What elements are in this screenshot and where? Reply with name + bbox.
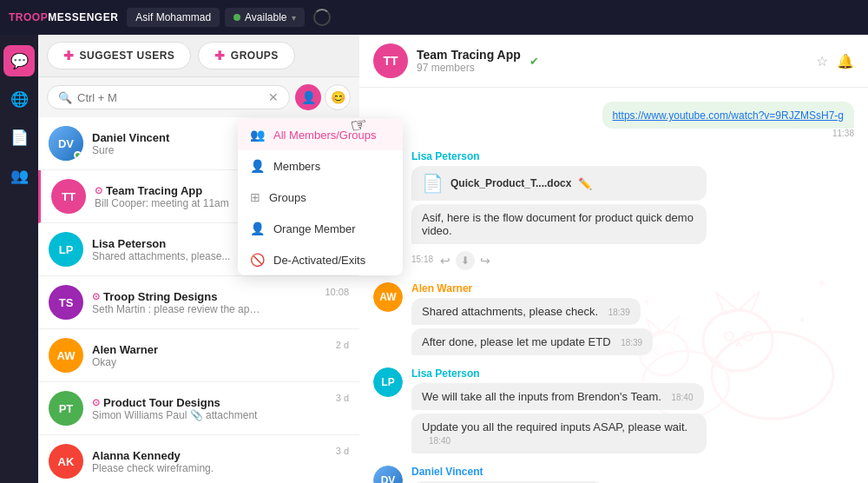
message-content: Daniel Vincent ok. is this happening tod… bbox=[411, 466, 604, 483]
message-link[interactable]: https://www.youtube.com/watch?v=9RJZMSsH… bbox=[613, 109, 844, 122]
groups-button[interactable]: ✚ GROUPS bbox=[198, 42, 295, 69]
dropdown-item-orange[interactable]: 👤 Orange Member bbox=[238, 213, 403, 244]
search-input[interactable] bbox=[77, 91, 263, 104]
list-item[interactable]: AK Alanna Kennedy Please check wireframi… bbox=[38, 435, 359, 483]
plus-icon: ✚ bbox=[63, 49, 75, 63]
download-icon[interactable]: ⬇ bbox=[456, 251, 475, 270]
dropdown-deactivated-label: De-Activated/Exits bbox=[273, 254, 365, 267]
verified-icon: ✔ bbox=[529, 55, 539, 68]
message-bubble: https://www.youtube.com/watch?v=9RJZMSsH… bbox=[602, 102, 854, 129]
conversation-preview: Okay bbox=[92, 356, 266, 368]
message-time: 18:39 bbox=[621, 338, 642, 347]
chat-group-avatar: TT bbox=[373, 43, 408, 78]
topbar-status[interactable]: Available ▾ bbox=[225, 8, 304, 27]
dropdown-item-groups[interactable]: ⊞ Groups bbox=[238, 182, 403, 213]
sidebar-item-explore[interactable]: 🌐 bbox=[3, 83, 35, 115]
sidebar-item-contacts[interactable]: 👥 bbox=[3, 160, 35, 191]
message-group: DV Daniel Vincent ok. is this happening … bbox=[373, 466, 854, 483]
dropdown-item-members[interactable]: 👤 Members bbox=[238, 150, 403, 182]
groups-icon: ⊞ bbox=[250, 190, 260, 204]
dropdown-item-all[interactable]: 👥 All Members/Groups bbox=[238, 119, 403, 150]
suggest-users-button[interactable]: ✚ SUGGEST USERS bbox=[47, 42, 191, 69]
conversation-time: 3 d bbox=[336, 393, 349, 403]
action-bar: ✚ SUGGEST USERS ✚ GROUPS bbox=[38, 35, 359, 77]
dropdown-item-deactivated[interactable]: 🚫 De-Activated/Exits bbox=[238, 244, 403, 275]
avatar: LP bbox=[49, 232, 83, 267]
conversation-time: 3 d bbox=[336, 446, 349, 456]
message-bubble: Shared attachments, please check. 18:39 bbox=[411, 298, 641, 325]
orange-member-icon: 👤 bbox=[250, 222, 265, 235]
message-bubble: We will take all the inputs from Brendon… bbox=[411, 383, 704, 410]
dropdown-members-label: Members bbox=[273, 160, 320, 173]
star-icon[interactable]: ☆ bbox=[816, 53, 828, 69]
forward-icon[interactable]: ↪ bbox=[480, 254, 490, 268]
file-bubble: 📄 Quick_Product_T....docx ✏️ bbox=[411, 166, 707, 201]
avatar: PT bbox=[49, 391, 83, 426]
avatar: LP bbox=[373, 367, 403, 397]
message-content: Alen Warner Shared attachments, please c… bbox=[411, 282, 854, 355]
online-indicator bbox=[74, 151, 82, 159]
file-icon: 📄 bbox=[422, 173, 444, 194]
status-label: Available bbox=[245, 11, 286, 23]
avatar: TT bbox=[51, 179, 86, 214]
chat-group-name: Team Tracing App bbox=[417, 48, 521, 62]
conversation-preview: Simon Williams Paul 📎 attachment bbox=[92, 409, 266, 421]
mute-icon[interactable]: 🔔 bbox=[837, 53, 854, 69]
message-actions: ↩ ⬇ ↪ bbox=[440, 251, 490, 270]
chevron-down-icon: ▾ bbox=[292, 13, 296, 23]
edit-icon[interactable]: ✏️ bbox=[578, 177, 592, 190]
list-item[interactable]: AW Alen Warner Okay 2 d bbox=[38, 329, 359, 382]
conversation-info: ⊙ Troop String Designs Seth Martin : ple… bbox=[92, 290, 319, 315]
sidebar-item-chat[interactable]: 💬 bbox=[3, 45, 35, 76]
message-group: LP Lisa Peterson 📄 Quick_Product_T....do… bbox=[373, 150, 854, 270]
avatar: TS bbox=[49, 285, 83, 320]
filter-members-button[interactable]: 👤 bbox=[295, 84, 321, 110]
message-time: 18:40 bbox=[671, 393, 693, 402]
message-group: LP Lisa Peterson We will take all the in… bbox=[373, 367, 854, 453]
chat-group-info: Team Tracing App 97 members bbox=[417, 48, 521, 74]
clear-search-icon[interactable]: ✕ bbox=[268, 90, 279, 104]
avatar: DV bbox=[49, 126, 83, 161]
list-item[interactable]: TS ⊙ Troop String Designs Seth Martin : … bbox=[38, 276, 359, 329]
sidebar-item-files[interactable]: 📄 bbox=[3, 122, 35, 153]
search-icon: 🔍 bbox=[58, 91, 72, 104]
members-icon: 👤 bbox=[250, 159, 265, 173]
chat-header: TT Team Tracing App 97 members ✔ ☆ 🔔 bbox=[359, 35, 868, 88]
message-group: AW Alen Warner Shared attachments, pleas… bbox=[373, 282, 854, 355]
conversation-info: Alanna Kennedy Please check wireframing. bbox=[92, 449, 331, 474]
loading-spinner bbox=[313, 9, 331, 26]
avatar: DV bbox=[373, 466, 403, 483]
conversation-info: Alen Warner Okay bbox=[92, 343, 331, 368]
topbar-user[interactable]: Asif Mohammad bbox=[127, 8, 220, 27]
conversation-name: ⊙ Product Tour Designs bbox=[92, 396, 331, 409]
suggest-users-label: SUGGEST USERS bbox=[80, 50, 175, 62]
list-item[interactable]: PT ⊙ Product Tour Designs Simon Williams… bbox=[38, 382, 359, 435]
message-bubble: Asif, here is the flow document for prod… bbox=[411, 204, 707, 244]
search-input-wrap: 🔍 ✕ bbox=[47, 85, 290, 109]
dropdown-all-label: All Members/Groups bbox=[273, 129, 376, 142]
filter-dropdown: 👥 All Members/Groups 👤 Members ⊞ Groups … bbox=[238, 119, 403, 275]
dropdown-groups-label: Groups bbox=[269, 191, 306, 204]
sender-name: Alen Warner bbox=[411, 282, 854, 294]
logo-troop: TROOP bbox=[9, 11, 48, 23]
filter-emoji-button[interactable]: 😊 bbox=[325, 84, 351, 110]
logo: TROOP MESSENGER bbox=[9, 11, 118, 23]
group-icon: ⊙ bbox=[92, 397, 100, 408]
group-icon: ⊙ bbox=[95, 185, 102, 196]
conversation-preview: Seth Martin : please review the app desi… bbox=[92, 303, 266, 315]
search-bar: 🔍 ✕ 👤 😊 👥 All Members/Groups 👤 Members bbox=[38, 77, 359, 117]
sender-name: Lisa Peterson bbox=[411, 367, 854, 380]
topbar: TROOP MESSENGER Asif Mohammad Available … bbox=[0, 0, 868, 35]
conversation-name: ⊙ Troop String Designs bbox=[92, 290, 319, 303]
file-name: Quick_Product_T....docx bbox=[450, 177, 571, 189]
conversation-preview: Please check wireframing. bbox=[92, 462, 266, 474]
logo-messenger: MESSENGER bbox=[48, 11, 118, 23]
reply-icon[interactable]: ↩ bbox=[440, 254, 450, 268]
message-group: https://www.youtube.com/watch?v=9RJZMSsH… bbox=[373, 102, 854, 138]
sender-name: Lisa Peterson bbox=[411, 150, 707, 162]
chat-action-buttons: ☆ 🔔 bbox=[816, 53, 854, 69]
message-content: Lisa Peterson We will take all the input… bbox=[411, 367, 854, 453]
message-time: 11:38 bbox=[832, 129, 854, 138]
conversation-name: Alanna Kennedy bbox=[92, 449, 331, 462]
chat-messages: ✦ ✦ ✦ https://www.youtube.com/watch?v=9R… bbox=[359, 88, 868, 483]
